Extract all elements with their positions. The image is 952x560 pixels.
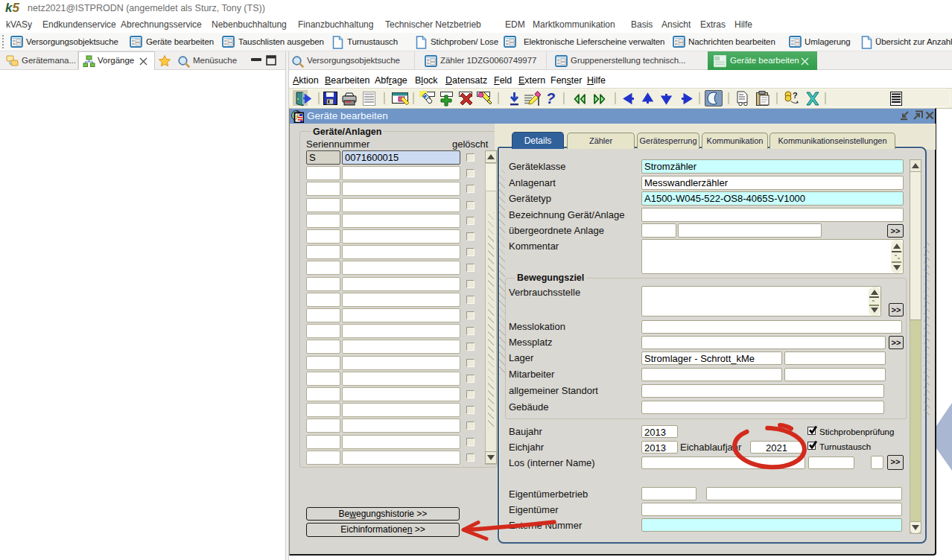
- svg-text:?: ?: [793, 91, 798, 100]
